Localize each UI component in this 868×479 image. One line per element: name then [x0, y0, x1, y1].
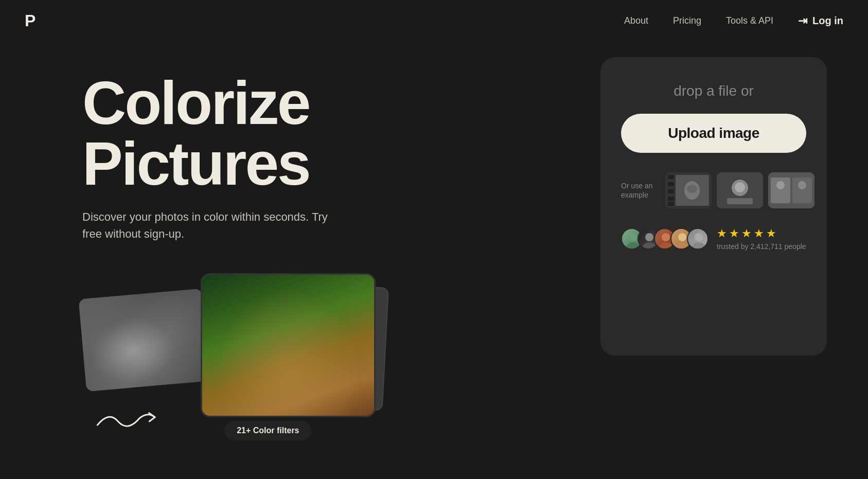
- upload-panel: drop a file or Upload image Or use an ex…: [600, 57, 827, 356]
- nav-about[interactable]: About: [624, 15, 648, 26]
- star-5: ★: [766, 227, 776, 240]
- hero-title: Colorize Pictures: [82, 73, 570, 194]
- avatar-5: [687, 228, 708, 250]
- avatars: [621, 228, 708, 250]
- svg-rect-5: [668, 202, 674, 206]
- svg-point-20: [645, 233, 653, 241]
- images-area: 21+ Color filters: [82, 273, 401, 448]
- svg-rect-1: [668, 175, 674, 179]
- arrow-sketch: [91, 399, 161, 446]
- color-photo-main: [201, 273, 376, 417]
- login-icon: ⇥: [798, 14, 807, 28]
- examples-row: Or use an example: [621, 172, 806, 208]
- nav-tools[interactable]: Tools & API: [726, 15, 773, 26]
- star-3: ★: [741, 227, 752, 240]
- nav-links: About Pricing Tools & API ⇥ Log in: [624, 14, 843, 28]
- logo: P: [25, 11, 35, 30]
- bw-photo-container: [79, 289, 210, 392]
- svg-rect-4: [668, 197, 674, 201]
- star-2: ★: [729, 227, 739, 240]
- hero-left: Colorize Pictures Discover your photos i…: [82, 62, 570, 448]
- example-image-1[interactable]: [665, 172, 712, 208]
- example-image-2[interactable]: [717, 172, 763, 208]
- trust-text: trusted by 2,412,711 people: [717, 242, 806, 251]
- svg-point-17: [798, 181, 806, 189]
- svg-point-22: [662, 233, 670, 241]
- svg-point-23: [659, 242, 672, 250]
- svg-point-24: [678, 233, 686, 241]
- nav-login[interactable]: ⇥ Log in: [798, 14, 843, 28]
- hero-section: Colorize Pictures Discover your photos i…: [0, 42, 868, 448]
- color-filters-badge[interactable]: 21+ Color filters: [224, 421, 311, 440]
- stars: ★ ★ ★ ★ ★: [717, 227, 806, 240]
- svg-point-26: [695, 233, 703, 241]
- svg-point-21: [643, 242, 656, 250]
- svg-rect-12: [727, 198, 753, 204]
- svg-point-25: [676, 242, 689, 250]
- login-label: Log in: [812, 15, 843, 27]
- trust-right: ★ ★ ★ ★ ★ trusted by 2,412,711 people: [717, 227, 806, 251]
- svg-rect-3: [668, 189, 674, 193]
- star-4: ★: [754, 227, 764, 240]
- navbar: P About Pricing Tools & API ⇥ Log in: [0, 0, 868, 42]
- hero-subtitle: Discover your photos in color within sec…: [82, 208, 329, 242]
- upload-button[interactable]: Upload image: [621, 114, 806, 153]
- trust-row: ★ ★ ★ ★ ★ trusted by 2,412,711 people: [621, 227, 806, 251]
- svg-point-11: [735, 182, 745, 192]
- nav-pricing[interactable]: Pricing: [673, 15, 701, 26]
- example-image-3[interactable]: [768, 172, 814, 208]
- example-images: [665, 172, 814, 208]
- star-1: ★: [717, 227, 727, 240]
- svg-rect-2: [668, 182, 674, 186]
- svg-point-8: [687, 185, 697, 193]
- color-photo-content: [202, 275, 374, 416]
- svg-point-18: [629, 233, 637, 241]
- drop-text: drop a file or: [674, 83, 754, 99]
- bw-photo: [79, 289, 210, 392]
- svg-point-16: [776, 181, 785, 189]
- svg-point-19: [626, 242, 640, 250]
- svg-point-27: [692, 242, 705, 250]
- examples-label: Or use an example: [621, 181, 657, 200]
